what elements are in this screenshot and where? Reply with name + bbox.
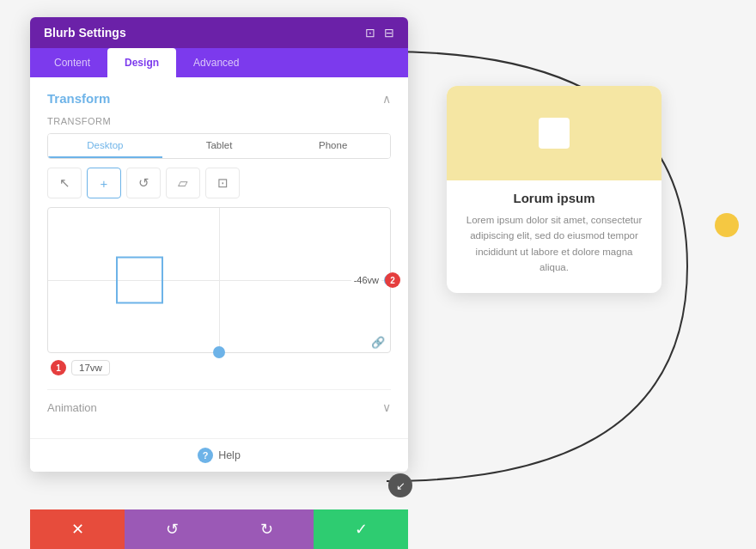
tab-design[interactable]: Design (107, 48, 176, 77)
help-icon: ? (198, 448, 213, 463)
redo-button[interactable]: ↻ (219, 509, 314, 549)
orange-dot (715, 213, 739, 237)
animation-label: Animation (47, 401, 97, 414)
tool-scale[interactable]: ⊡ (205, 168, 240, 198)
transform-chevron[interactable]: ∧ (382, 92, 391, 106)
cancel-button[interactable]: ✕ (30, 509, 125, 549)
panel-title: Blurb Settings (44, 26, 126, 40)
help-text[interactable]: Help (218, 449, 241, 461)
columns-icon[interactable]: ⊟ (384, 26, 394, 40)
device-tab-desktop[interactable]: Desktop (48, 134, 162, 158)
tool-arrow[interactable]: ↖ (47, 168, 82, 198)
card-image-icon (539, 118, 570, 149)
card-text: Lorem ipsum dolor sit amet, consectetur … (447, 212, 662, 276)
blurb-settings-panel: Blurb Settings ⊡ ⊟ Content Design Advanc… (30, 17, 408, 472)
tab-content[interactable]: Content (37, 48, 107, 77)
help-row: ? Help (30, 438, 408, 472)
transform-title: Transform (47, 91, 110, 106)
panel-tabs: Content Design Advanced (30, 48, 408, 77)
panel-header-icons: ⊡ ⊟ (365, 26, 394, 40)
panel-content: Transform ∧ Transform Desktop Tablet Pho… (30, 77, 408, 438)
transform-sublabel: Transform (47, 116, 391, 126)
canvas-dot-bottom[interactable] (213, 346, 225, 358)
device-tab-phone[interactable]: Phone (276, 134, 390, 158)
tool-skew[interactable]: ▱ (166, 168, 200, 198)
panel-header: Blurb Settings ⊡ ⊟ (30, 17, 408, 48)
canvas-grid-vertical (219, 208, 220, 352)
bottom-toolbar: ✕ ↺ ↻ ✓ (30, 509, 408, 549)
value-below-canvas: 1 17vw (47, 360, 391, 375)
canvas-link-icon[interactable]: 🔗 (371, 336, 385, 349)
tab-advanced[interactable]: Advanced (176, 48, 256, 77)
expand-icon[interactable]: ⊡ (365, 26, 375, 40)
confirm-button[interactable]: ✓ (314, 509, 408, 549)
card-image (447, 86, 662, 180)
float-settings-icon[interactable]: ↙ (388, 473, 412, 497)
animation-section: Animation ∨ (47, 389, 391, 424)
value-x: 17vw (71, 360, 110, 375)
device-tab-tablet[interactable]: Tablet (162, 134, 277, 158)
transform-section-header: Transform ∧ (47, 91, 391, 106)
card-title: Lorum ipsum (447, 191, 662, 205)
card-preview: Lorum ipsum Lorem ipsum dolor sit amet, … (447, 86, 662, 293)
animation-chevron[interactable]: ∨ (382, 400, 391, 414)
tool-plus[interactable]: + (87, 168, 121, 198)
tool-rotate[interactable]: ↺ (126, 168, 161, 198)
undo-button[interactable]: ↺ (125, 509, 219, 549)
badge-1: 1 (51, 360, 66, 375)
badge-2: 2 (385, 272, 400, 288)
transform-canvas[interactable]: -46vw 2 🔗 (47, 207, 391, 353)
canvas-rect[interactable] (116, 257, 163, 304)
value-label-y: -46vw 2 (351, 274, 381, 286)
tool-row: ↖ + ↺ ▱ ⊡ (47, 168, 391, 198)
device-tabs: Desktop Tablet Phone (47, 133, 391, 159)
